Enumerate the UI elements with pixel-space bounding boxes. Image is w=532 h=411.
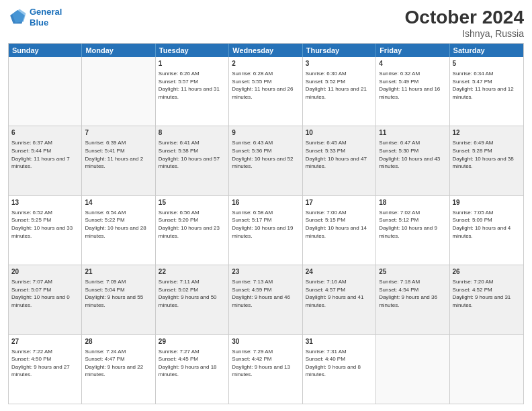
cell-info: Sunrise: 6:56 AMSunset: 5:20 PMDaylight:… (159, 209, 226, 240)
location: Ishnya, Russia (405, 28, 524, 39)
cell-info: Sunrise: 7:24 AMSunset: 4:47 PMDaylight:… (85, 348, 152, 379)
sunrise-label: Sunrise: 6:52 AM (11, 210, 52, 216)
calendar-cell: 19Sunrise: 7:05 AMSunset: 5:09 PMDayligh… (450, 196, 523, 265)
day-number: 14 (85, 198, 152, 208)
logo-icon (8, 8, 27, 27)
header-friday: Friday (376, 44, 449, 57)
sunset-label: Sunset: 5:41 PM (85, 148, 124, 154)
daylight-label: Daylight: 10 hours and 57 minutes. (159, 156, 220, 170)
daylight-label: Daylight: 11 hours and 16 minutes. (379, 86, 440, 100)
calendar-cell (376, 335, 449, 404)
cell-info: Sunrise: 7:20 AMSunset: 4:52 PMDaylight:… (453, 278, 521, 309)
calendar-cell: 10Sunrise: 6:45 AMSunset: 5:33 PMDayligh… (303, 126, 376, 195)
sunset-label: Sunset: 5:22 PM (85, 217, 124, 223)
sunset-label: Sunset: 5:36 PM (232, 148, 271, 154)
title-block: October 2024 Ishnya, Russia (405, 7, 524, 39)
day-number: 6 (11, 128, 79, 138)
page: General Blue October 2024 Ishnya, Russia… (0, 0, 532, 411)
calendar-cell: 16Sunrise: 6:58 AMSunset: 5:17 PMDayligh… (229, 196, 302, 265)
cell-info: Sunrise: 6:32 AMSunset: 5:49 PMDaylight:… (379, 70, 446, 101)
sunrise-label: Sunrise: 7:00 AM (306, 210, 347, 216)
calendar-week-1: 1Sunrise: 6:26 AMSunset: 5:57 PMDaylight… (9, 57, 523, 126)
calendar-cell: 27Sunrise: 7:22 AMSunset: 4:50 PMDayligh… (9, 335, 82, 404)
header-tuesday: Tuesday (156, 44, 229, 57)
daylight-label: Daylight: 10 hours and 28 minutes. (85, 225, 146, 239)
daylight-label: Daylight: 11 hours and 2 minutes. (85, 156, 143, 170)
cell-info: Sunrise: 7:02 AMSunset: 5:12 PMDaylight:… (379, 209, 446, 240)
daylight-label: Daylight: 10 hours and 4 minutes. (453, 225, 511, 239)
sunrise-label: Sunrise: 7:24 AM (85, 349, 126, 355)
sunset-label: Sunset: 5:20 PM (159, 217, 198, 223)
sunrise-label: Sunrise: 6:28 AM (232, 71, 273, 77)
sunset-label: Sunset: 4:59 PM (232, 287, 271, 293)
sunrise-label: Sunrise: 7:07 AM (11, 279, 52, 285)
calendar-cell: 28Sunrise: 7:24 AMSunset: 4:47 PMDayligh… (82, 335, 155, 404)
cell-info: Sunrise: 7:00 AMSunset: 5:15 PMDaylight:… (306, 209, 373, 240)
cell-info: Sunrise: 7:31 AMSunset: 4:40 PMDaylight:… (306, 348, 373, 379)
sunrise-label: Sunrise: 7:22 AM (11, 349, 52, 355)
sunset-label: Sunset: 4:50 PM (11, 356, 51, 362)
day-number: 24 (306, 267, 373, 277)
day-number: 2 (232, 59, 299, 68)
header-sunday: Sunday (9, 44, 82, 57)
header-monday: Monday (82, 44, 155, 57)
sunset-label: Sunset: 5:17 PM (232, 217, 271, 223)
sunset-label: Sunset: 4:57 PM (306, 287, 345, 293)
calendar-cell: 4Sunrise: 6:32 AMSunset: 5:49 PMDaylight… (376, 57, 449, 126)
day-number: 15 (159, 198, 226, 208)
calendar-week-4: 20Sunrise: 7:07 AMSunset: 5:07 PMDayligh… (9, 265, 523, 334)
sunrise-label: Sunrise: 6:49 AM (453, 140, 494, 146)
calendar-cell (9, 57, 82, 126)
day-number: 28 (85, 337, 152, 347)
sunset-label: Sunset: 5:04 PM (85, 287, 124, 293)
day-number: 10 (306, 128, 373, 138)
logo: General Blue (8, 7, 62, 28)
sunrise-label: Sunrise: 6:47 AM (379, 140, 420, 146)
sunset-label: Sunset: 5:38 PM (159, 148, 198, 154)
cell-info: Sunrise: 7:13 AMSunset: 4:59 PMDaylight:… (232, 278, 299, 309)
sunset-label: Sunset: 5:28 PM (453, 148, 492, 154)
cell-info: Sunrise: 7:22 AMSunset: 4:50 PMDaylight:… (11, 348, 79, 379)
logo-general: General (30, 7, 62, 17)
daylight-label: Daylight: 10 hours and 33 minutes. (11, 225, 73, 239)
cell-info: Sunrise: 7:29 AMSunset: 4:42 PMDaylight:… (232, 348, 299, 379)
sunset-label: Sunset: 5:44 PM (11, 148, 51, 154)
cell-info: Sunrise: 6:26 AMSunset: 5:57 PMDaylight:… (159, 70, 226, 101)
daylight-label: Daylight: 9 hours and 46 minutes. (232, 294, 290, 308)
calendar-cell: 11Sunrise: 6:47 AMSunset: 5:30 PMDayligh… (376, 126, 449, 195)
calendar-cell: 2Sunrise: 6:28 AMSunset: 5:55 PMDaylight… (229, 57, 302, 126)
calendar-cell: 29Sunrise: 7:27 AMSunset: 4:45 PMDayligh… (156, 335, 229, 404)
day-number: 29 (159, 337, 226, 347)
day-number: 8 (159, 128, 226, 138)
cell-info: Sunrise: 6:47 AMSunset: 5:30 PMDaylight:… (379, 139, 446, 170)
daylight-label: Daylight: 9 hours and 41 minutes. (306, 294, 364, 308)
sunset-label: Sunset: 4:40 PM (306, 356, 345, 362)
calendar-cell (82, 57, 155, 126)
daylight-label: Daylight: 10 hours and 23 minutes. (159, 225, 220, 239)
sunrise-label: Sunrise: 7:02 AM (379, 210, 420, 216)
calendar-cell: 23Sunrise: 7:13 AMSunset: 4:59 PMDayligh… (229, 265, 302, 334)
calendar-cell (450, 335, 523, 404)
sunset-label: Sunset: 4:54 PM (379, 287, 418, 293)
calendar-week-2: 6Sunrise: 6:37 AMSunset: 5:44 PMDaylight… (9, 126, 523, 195)
header: General Blue October 2024 Ishnya, Russia (8, 7, 524, 39)
cell-info: Sunrise: 6:41 AMSunset: 5:38 PMDaylight:… (159, 139, 226, 170)
day-number: 13 (11, 198, 79, 208)
sunrise-label: Sunrise: 6:30 AM (306, 71, 347, 77)
cell-info: Sunrise: 7:09 AMSunset: 5:04 PMDaylight:… (85, 278, 152, 309)
cell-info: Sunrise: 6:49 AMSunset: 5:28 PMDaylight:… (453, 139, 521, 170)
day-number: 7 (85, 128, 152, 138)
cell-info: Sunrise: 7:07 AMSunset: 5:07 PMDaylight:… (11, 278, 79, 309)
header-saturday: Saturday (450, 44, 523, 57)
daylight-label: Daylight: 10 hours and 9 minutes. (379, 225, 437, 239)
day-number: 18 (379, 198, 446, 208)
calendar-cell: 15Sunrise: 6:56 AMSunset: 5:20 PMDayligh… (156, 196, 229, 265)
cell-info: Sunrise: 6:52 AMSunset: 5:25 PMDaylight:… (11, 209, 79, 240)
sunrise-label: Sunrise: 7:29 AM (232, 349, 273, 355)
day-number: 9 (232, 128, 299, 138)
day-number: 22 (159, 267, 226, 277)
daylight-label: Daylight: 11 hours and 21 minutes. (306, 86, 367, 100)
cell-info: Sunrise: 7:16 AMSunset: 4:57 PMDaylight:… (306, 278, 373, 309)
cell-info: Sunrise: 7:05 AMSunset: 5:09 PMDaylight:… (453, 209, 521, 240)
daylight-label: Daylight: 9 hours and 22 minutes. (85, 364, 143, 378)
